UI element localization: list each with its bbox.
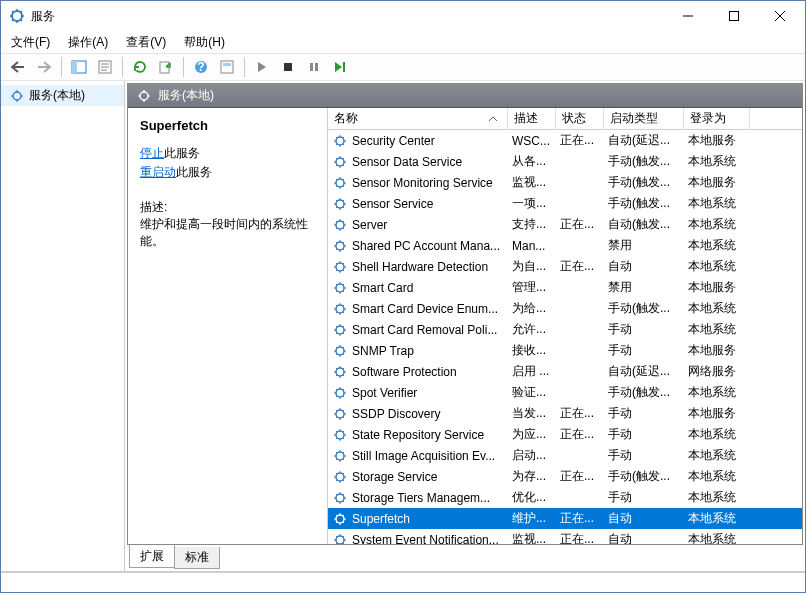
stop-link[interactable]: 停止: [140, 146, 164, 160]
service-logon: 本地系统: [684, 237, 750, 254]
toolbar: ?: [1, 53, 805, 81]
service-row[interactable]: Software Protection启用 ...自动(延迟...网络服务: [328, 361, 802, 382]
service-row[interactable]: Security CenterWSC...正在...自动(延迟...本地服务: [328, 130, 802, 151]
services-app-icon: [9, 8, 25, 24]
service-row[interactable]: Smart Card Device Enum...为给...手动(触发...本地…: [328, 298, 802, 319]
service-row[interactable]: Storage Tiers Managem...优化...手动本地系统: [328, 487, 802, 508]
service-desc: 为自...: [508, 258, 556, 275]
service-startup: 手动(触发...: [604, 300, 684, 317]
service-startup: 自动: [604, 510, 684, 527]
service-row[interactable]: SSDP Discovery当发...正在...手动本地服务: [328, 403, 802, 424]
service-row[interactable]: Superfetch维护...正在...自动本地系统: [328, 508, 802, 529]
service-row[interactable]: Still Image Acquisition Ev...启动...手动本地系统: [328, 445, 802, 466]
service-name: System Event Notification...: [352, 533, 499, 545]
service-startup: 手动: [604, 405, 684, 422]
restart-service-button[interactable]: [329, 56, 351, 78]
snapshot-button[interactable]: [216, 56, 238, 78]
service-desc: 启动...: [508, 447, 556, 464]
service-name: Smart Card: [352, 281, 413, 295]
menu-help[interactable]: 帮助(H): [180, 32, 229, 53]
service-row[interactable]: Spot Verifier验证...手动(触发...本地系统: [328, 382, 802, 403]
service-icon: [332, 448, 348, 464]
menu-view[interactable]: 查看(V): [122, 32, 170, 53]
service-name: Server: [352, 218, 387, 232]
service-icon: [332, 511, 348, 527]
service-startup: 自动(延迟...: [604, 132, 684, 149]
service-row[interactable]: Sensor Service一项...手动(触发...本地系统: [328, 193, 802, 214]
service-row[interactable]: SNMP Trap接收...手动本地服务: [328, 340, 802, 361]
forward-button[interactable]: [33, 56, 55, 78]
stop-service-button[interactable]: [277, 56, 299, 78]
help-button[interactable]: ?: [190, 56, 212, 78]
view-tabs: 扩展 标准: [127, 547, 803, 569]
svg-rect-3: [72, 61, 77, 73]
panel-header: 服务(本地): [128, 84, 802, 108]
service-icon: [332, 385, 348, 401]
service-name: SSDP Discovery: [352, 407, 440, 421]
service-desc: WSC...: [508, 134, 556, 148]
tab-standard[interactable]: 标准: [174, 547, 220, 569]
service-desc: 允许...: [508, 321, 556, 338]
svg-rect-13: [343, 62, 345, 72]
service-icon: [332, 322, 348, 338]
svg-point-0: [12, 11, 22, 21]
service-icon: [332, 175, 348, 191]
show-hide-tree-button[interactable]: [68, 56, 90, 78]
close-button[interactable]: [757, 2, 803, 30]
export-button[interactable]: [155, 56, 177, 78]
service-row[interactable]: Storage Service为存...正在...手动(触发...本地系统: [328, 466, 802, 487]
service-row[interactable]: Shared PC Account Mana...Man...禁用本地系统: [328, 235, 802, 256]
pause-service-button[interactable]: [303, 56, 325, 78]
service-logon: 本地系统: [684, 300, 750, 317]
tree-node-services-local[interactable]: 服务(本地): [1, 85, 124, 106]
minimize-button[interactable]: [665, 2, 711, 30]
back-button[interactable]: [7, 56, 29, 78]
column-headers: 名称 描述 状态 启动类型 登录为: [328, 108, 802, 130]
service-row[interactable]: Sensor Data Service从各...手动(触发...本地系统: [328, 151, 802, 172]
service-name: Smart Card Removal Poli...: [352, 323, 497, 337]
service-name: Sensor Service: [352, 197, 433, 211]
properties-button[interactable]: [94, 56, 116, 78]
service-desc: 支持...: [508, 216, 556, 233]
service-name: Still Image Acquisition Ev...: [352, 449, 495, 463]
console-tree: 服务(本地): [1, 81, 125, 571]
menu-file[interactable]: 文件(F): [7, 32, 54, 53]
svg-rect-12: [315, 63, 318, 71]
service-row[interactable]: Smart Card Removal Poli...允许...手动本地系统: [328, 319, 802, 340]
service-row[interactable]: Smart Card管理...禁用本地服务: [328, 277, 802, 298]
service-row[interactable]: State Repository Service为应...正在...手动本地系统: [328, 424, 802, 445]
service-row[interactable]: Server支持...正在...自动(触发...本地系统: [328, 214, 802, 235]
service-row[interactable]: System Event Notification...监视...正在...自动…: [328, 529, 802, 544]
svg-text:?: ?: [197, 60, 204, 74]
service-desc: 为应...: [508, 426, 556, 443]
service-icon: [332, 490, 348, 506]
refresh-button[interactable]: [129, 56, 151, 78]
rows-container[interactable]: Security CenterWSC...正在...自动(延迟...本地服务Se…: [328, 130, 802, 544]
service-startup: 禁用: [604, 237, 684, 254]
service-logon: 本地系统: [684, 258, 750, 275]
tab-extended[interactable]: 扩展: [129, 545, 175, 568]
service-status: 正在...: [556, 426, 604, 443]
maximize-button[interactable]: [711, 2, 757, 30]
menu-action[interactable]: 操作(A): [64, 32, 112, 53]
col-startup[interactable]: 启动类型: [604, 108, 684, 129]
col-status[interactable]: 状态: [556, 108, 604, 129]
service-logon: 本地系统: [684, 468, 750, 485]
service-logon: 本地系统: [684, 426, 750, 443]
col-name[interactable]: 名称: [328, 108, 508, 129]
service-status: 正在...: [556, 258, 604, 275]
service-row[interactable]: Sensor Monitoring Service监视...手动(触发...本地…: [328, 172, 802, 193]
service-desc: 监视...: [508, 174, 556, 191]
restart-link[interactable]: 重启动: [140, 165, 176, 179]
service-startup: 手动: [604, 426, 684, 443]
window-title: 服务: [31, 8, 665, 25]
col-desc[interactable]: 描述: [508, 108, 556, 129]
service-row[interactable]: Shell Hardware Detection为自...正在...自动本地系统: [328, 256, 802, 277]
service-icon: [332, 364, 348, 380]
start-service-button[interactable]: [251, 56, 273, 78]
service-desc: 验证...: [508, 384, 556, 401]
service-logon: 本地系统: [684, 447, 750, 464]
service-startup: 自动(触发...: [604, 216, 684, 233]
service-startup: 手动(触发...: [604, 195, 684, 212]
col-logon[interactable]: 登录为: [684, 108, 750, 129]
